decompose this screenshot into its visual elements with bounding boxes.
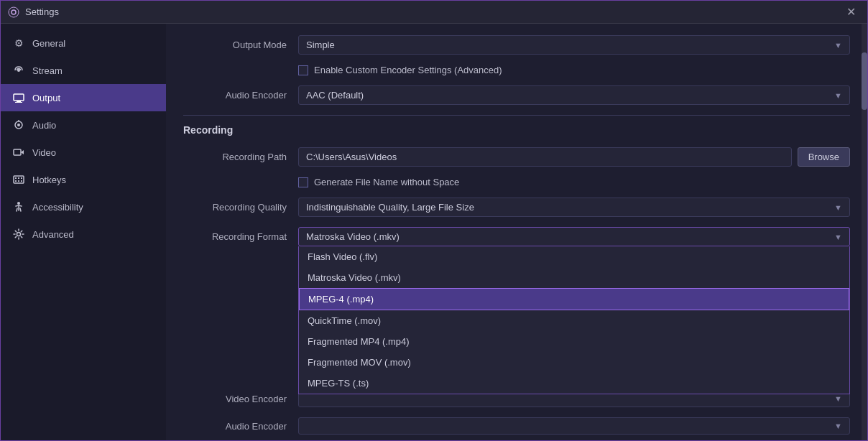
audio-encoder2-label: Audio Encoder [183, 421, 298, 432]
svg-rect-16 [18, 180, 19, 182]
sidebar-item-stream[interactable]: Stream [1, 57, 166, 84]
recording-path-input[interactable] [298, 147, 792, 167]
video-icon [12, 146, 25, 159]
generate-filename-label: Generate File Name without Space [314, 177, 459, 187]
audio-encoder2-row: Audio Encoder ▼ [183, 417, 850, 435]
audio-encoder-label: Audio Encoder [183, 90, 298, 101]
audio-encoder2-control: ▼ [298, 417, 850, 435]
dropdown-item-mp4[interactable]: MPEG-4 (.mp4) [299, 288, 849, 310]
recording-quality-control: Indistinguishable Quality, Large File Si… [298, 198, 850, 217]
recording-quality-value: Indistinguishable Quality, Large File Si… [306, 202, 474, 213]
chevron-down-icon-quality: ▼ [834, 203, 842, 212]
stream-icon [12, 64, 25, 77]
main-content: Output Mode Simple ▼ Enable Custom Encod… [166, 24, 867, 440]
recording-format-row: Recording Format Matroska Video (.mkv) ▼… [183, 227, 850, 246]
generate-filename-checkbox[interactable] [298, 177, 308, 187]
scrollbar-thumb[interactable] [862, 52, 867, 110]
output-icon [12, 91, 25, 104]
dropdown-item-fmp4[interactable]: Fragmented MP4 (.mp4) [299, 331, 849, 352]
output-mode-label: Output Mode [183, 40, 298, 50]
sidebar-label-output: Output [32, 93, 60, 103]
generate-filename-row: Generate File Name without Space [298, 177, 850, 187]
dropdown-item-flv[interactable]: Flash Video (.flv) [299, 246, 849, 267]
svg-point-7 [17, 124, 20, 126]
divider [183, 115, 850, 116]
chevron-down-icon-ve: ▼ [834, 394, 842, 403]
svg-rect-11 [14, 176, 24, 183]
chevron-down-icon-audio: ▼ [834, 91, 842, 100]
recording-format-select[interactable]: Matroska Video (.mkv) ▼ [298, 227, 850, 246]
recording-format-control: Matroska Video (.mkv) ▼ Flash Video (.fl… [298, 227, 850, 246]
audio-encoder-select[interactable]: AAC (Default) ▼ [298, 85, 850, 105]
recording-format-value: Matroska Video (.mkv) [306, 231, 400, 242]
content-area: ⚙ General Stream [1, 24, 867, 440]
browse-button[interactable]: Browse [798, 147, 850, 167]
svg-rect-17 [21, 180, 22, 182]
advanced-icon [12, 228, 25, 241]
chevron-down-icon-ae2: ▼ [834, 422, 842, 430]
svg-point-18 [17, 202, 20, 205]
sidebar-label-general: General [32, 38, 65, 49]
sidebar-item-audio[interactable]: Audio [1, 111, 166, 139]
close-button[interactable]: ✕ [842, 4, 860, 20]
svg-point-0 [11, 10, 16, 14]
svg-point-1 [9, 7, 19, 17]
audio-icon [12, 119, 25, 131]
sidebar-item-hotkeys[interactable]: Hotkeys [1, 166, 166, 193]
svg-rect-5 [15, 102, 22, 103]
svg-point-19 [17, 233, 21, 236]
custom-encoder-checkbox[interactable] [298, 65, 308, 75]
recording-quality-row: Recording Quality Indistinguishable Qual… [183, 198, 850, 217]
recording-quality-select[interactable]: Indistinguishable Quality, Large File Si… [298, 198, 850, 217]
recording-format-dropdown: Flash Video (.flv) Matroska Video (.mkv)… [298, 246, 850, 394]
video-encoder-label: Video Encoder [183, 394, 298, 404]
chevron-down-icon: ▼ [834, 41, 842, 50]
gear-icon: ⚙ [12, 37, 25, 50]
svg-rect-4 [17, 101, 21, 102]
recording-format-label: Recording Format [183, 227, 298, 242]
sidebar: ⚙ General Stream [1, 24, 166, 440]
audio-encoder-control: AAC (Default) ▼ [298, 85, 850, 105]
chevron-down-icon-format: ▼ [834, 233, 842, 241]
sidebar-label-video: Video [32, 147, 56, 158]
titlebar-left: Settings [8, 6, 59, 18]
dropdown-item-fmov[interactable]: Fragmented MOV (.mov) [299, 352, 849, 373]
audio-encoder2-select[interactable]: ▼ [298, 417, 850, 435]
settings-window: Settings ✕ ⚙ General Stream [0, 0, 868, 441]
output-mode-row: Output Mode Simple ▼ [183, 35, 850, 55]
svg-rect-15 [15, 180, 17, 182]
svg-rect-9 [14, 149, 21, 155]
sidebar-item-general[interactable]: ⚙ General [1, 29, 166, 57]
sidebar-label-hotkeys: Hotkeys [32, 175, 66, 185]
recording-quality-label: Recording Quality [183, 202, 298, 213]
audio-encoder-row: Audio Encoder AAC (Default) ▼ [183, 85, 850, 105]
hotkeys-icon [12, 173, 25, 186]
sidebar-item-output[interactable]: Output [1, 84, 166, 111]
custom-encoder-label: Enable Custom Encoder Settings (Advanced… [314, 65, 502, 75]
sidebar-label-audio: Audio [32, 120, 56, 131]
sidebar-item-accessibility[interactable]: Accessibility [1, 193, 166, 220]
svg-rect-13 [18, 177, 19, 179]
audio-encoder-value: AAC (Default) [306, 90, 364, 101]
titlebar: Settings ✕ [1, 1, 867, 24]
dropdown-item-mov[interactable]: QuickTime (.mov) [299, 310, 849, 331]
settings-app-icon [8, 6, 19, 18]
svg-rect-3 [14, 94, 24, 101]
recording-path-label: Recording Path [183, 152, 298, 162]
sidebar-label-advanced: Advanced [32, 229, 74, 240]
sidebar-label-accessibility: Accessibility [32, 202, 83, 213]
output-mode-select[interactable]: Simple ▼ [298, 35, 850, 55]
recording-section-title: Recording [183, 124, 850, 136]
sidebar-item-advanced[interactable]: Advanced [1, 220, 166, 248]
sidebar-label-stream: Stream [32, 65, 63, 76]
recording-path-control: Browse [298, 147, 850, 167]
dropdown-item-ts[interactable]: MPEG-TS (.ts) [299, 373, 849, 394]
sidebar-item-video[interactable]: Video [1, 139, 166, 166]
output-mode-value: Simple [306, 40, 335, 50]
dropdown-item-mkv[interactable]: Matroska Video (.mkv) [299, 267, 849, 288]
svg-rect-12 [15, 177, 17, 179]
recording-path-row: Recording Path Browse [183, 147, 850, 167]
output-mode-control: Simple ▼ [298, 35, 850, 55]
window-title: Settings [25, 6, 59, 17]
scrollbar[interactable] [862, 24, 867, 440]
